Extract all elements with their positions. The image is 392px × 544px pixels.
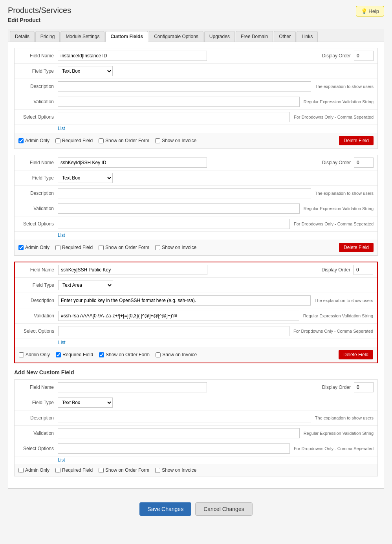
field1-name-input[interactable] (58, 51, 207, 61)
field1-type-label: Field Type (18, 68, 58, 74)
field1-type-select[interactable]: Text Box Text Area Password Yes/No Dropd… (58, 66, 113, 76)
field3-admin-only-checkbox[interactable] (19, 352, 24, 357)
field3-invoice-label[interactable]: Show on Invoice (156, 352, 197, 357)
field2-desc-input[interactable] (58, 188, 311, 198)
new-field-admin-only-label[interactable]: Admin Only (18, 467, 49, 473)
new-field-type-select[interactable]: Text Box Text Area Password Yes/No Dropd… (58, 397, 113, 408)
field2-invoice-checkbox[interactable] (155, 245, 160, 250)
new-field-options-input[interactable] (58, 443, 290, 454)
help-button[interactable]: 💡 Help (356, 6, 384, 16)
tab-free-domain[interactable]: Free Domain (236, 31, 273, 42)
new-field-validation-hint: Regular Expression Validation String (304, 431, 374, 436)
field3-name-row: Field Name Display Order (15, 262, 377, 278)
new-field-required-checkbox[interactable] (55, 468, 60, 473)
field1-order-input[interactable] (354, 51, 374, 61)
field1-order-label: Display Order (322, 53, 351, 59)
field3-admin-only-label[interactable]: Admin Only (19, 352, 50, 357)
field2-delete-button[interactable]: Delete Field (339, 243, 374, 252)
edit-subtitle: Edit Product (8, 17, 384, 23)
new-field-card: Field Name Display Order Field Type Text… (14, 379, 378, 476)
field1-order-form-label[interactable]: Show on Order Form (99, 138, 149, 143)
new-field-validation-label: Validation (18, 430, 58, 436)
field2-order-form-checkbox[interactable] (99, 245, 104, 250)
new-field-admin-only-checkbox[interactable] (18, 468, 24, 473)
field1-validation-input[interactable] (58, 97, 300, 107)
field3-desc-input[interactable] (58, 295, 311, 306)
new-field-order-input[interactable] (354, 382, 374, 392)
new-field-list-link[interactable]: List (15, 456, 377, 464)
cancel-changes-button[interactable]: Cancel Changes (195, 502, 253, 516)
field2-order-input[interactable] (354, 158, 374, 168)
field3-order-form-checkbox[interactable] (99, 352, 104, 357)
field1-options-input[interactable] (58, 112, 290, 122)
field1-required-label[interactable]: Required Field (55, 138, 93, 143)
field3-options-input[interactable] (58, 326, 289, 336)
tab-module-settings[interactable]: Module Settings (60, 31, 104, 42)
tab-pricing[interactable]: Pricing (35, 31, 60, 42)
field2-name-input[interactable] (58, 158, 207, 168)
field2-type-select[interactable]: Text Box Text Area Password Yes/No Dropd… (58, 173, 113, 183)
field3-options-label: Select Options (19, 328, 58, 334)
field1-invoice-checkbox[interactable] (155, 138, 160, 143)
field3-order-form-label[interactable]: Show on Order Form (99, 352, 150, 357)
field1-desc-label: Description (18, 84, 58, 89)
field3-required-checkbox[interactable] (56, 352, 61, 357)
field1-desc-input[interactable] (58, 81, 311, 92)
new-field-type-label: Field Type (18, 400, 58, 405)
field1-list-link[interactable]: List (15, 125, 377, 133)
field2-list-link[interactable]: List (15, 232, 377, 240)
field3-type-label: Field Type (19, 282, 58, 288)
tab-custom-fields[interactable]: Custom Fields (105, 31, 148, 42)
new-field-desc-hint: The explanation to show users (315, 416, 374, 420)
field2-type-label: Field Type (18, 175, 58, 181)
tab-details[interactable]: Details (10, 31, 35, 42)
field3-type-select[interactable]: Text Box Text Area Password Yes/No Dropd… (58, 280, 113, 290)
field3-delete-button[interactable]: Delete Field (339, 350, 373, 359)
new-field-options-label: Select Options (18, 446, 58, 451)
field2-required-label[interactable]: Required Field (55, 245, 93, 250)
tab-configurable-options[interactable]: Configurable Options (149, 31, 203, 42)
save-changes-button[interactable]: Save Changes (139, 502, 191, 516)
field2-invoice-label[interactable]: Show on Invoice (155, 245, 196, 250)
field1-admin-only-checkbox[interactable] (18, 138, 24, 143)
field3-list-link[interactable]: List (15, 339, 377, 347)
field2-options-input[interactable] (58, 219, 290, 229)
field1-admin-only-label[interactable]: Admin Only (18, 138, 49, 143)
field2-options-hint: For Dropdowns Only - Comma Seperated (294, 222, 374, 226)
field2-admin-only-checkbox[interactable] (18, 245, 24, 250)
new-field-invoice-checkbox[interactable] (155, 468, 160, 473)
field1-options-row: Select Options For Dropdowns Only - Comm… (15, 110, 377, 125)
field1-invoice-label[interactable]: Show on Invoice (155, 138, 196, 143)
page-title: Products/Services (8, 6, 384, 15)
field2-name-label: Field Name (18, 160, 58, 165)
tab-other[interactable]: Other (274, 31, 296, 42)
field3-invoice-checkbox[interactable] (156, 352, 161, 357)
new-field-invoice-label[interactable]: Show on Invoice (155, 467, 196, 473)
field3-name-input[interactable] (58, 265, 207, 275)
field3-required-label[interactable]: Required Field (56, 352, 93, 357)
new-field-validation-input[interactable] (58, 428, 300, 438)
new-field-name-input[interactable] (58, 382, 207, 392)
field2-required-checkbox[interactable] (55, 245, 60, 250)
field3-validation-input[interactable] (58, 311, 299, 321)
field1-order-form-checkbox[interactable] (99, 138, 104, 143)
field2-order-label: Display Order (322, 160, 351, 165)
tab-upgrades[interactable]: Upgrades (204, 31, 235, 42)
field2-checkboxes: Admin Only Required Field Show on Order … (15, 240, 377, 255)
field2-validation-label: Validation (18, 206, 58, 211)
field2-order-form-label[interactable]: Show on Order Form (99, 245, 149, 250)
field2-desc-hint: The explanation to show users (315, 191, 374, 196)
tab-links[interactable]: Links (297, 31, 318, 42)
field1-delete-button[interactable]: Delete Field (339, 136, 374, 145)
field2-admin-only-label[interactable]: Admin Only (18, 245, 49, 250)
new-field-order-form-checkbox[interactable] (99, 468, 104, 473)
field1-required-checkbox[interactable] (55, 138, 60, 143)
new-field-required-label[interactable]: Required Field (55, 467, 93, 473)
field1-desc-row: Description The explanation to show user… (15, 79, 377, 94)
field3-name-label: Field Name (19, 267, 58, 273)
field2-validation-input[interactable] (58, 203, 300, 214)
new-field-order-form-label[interactable]: Show on Order Form (99, 467, 149, 473)
field3-order-input[interactable] (354, 265, 373, 275)
field3-desc-hint: The explanation to show users (315, 298, 373, 303)
new-field-desc-input[interactable] (58, 413, 311, 423)
